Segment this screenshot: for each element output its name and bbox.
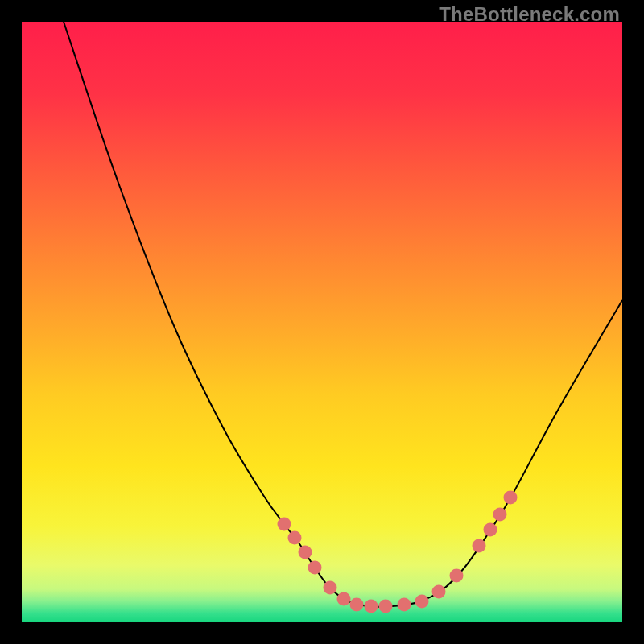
curve-marker: [379, 600, 393, 613]
chart-svg: [22, 22, 622, 622]
curve-marker: [337, 592, 351, 606]
chart-gradient-background: [22, 22, 622, 622]
curve-marker: [450, 569, 464, 583]
curve-marker: [432, 585, 446, 599]
curve-marker: [484, 523, 497, 537]
chart-plot-area: [22, 22, 622, 622]
curve-marker: [415, 595, 429, 609]
curve-marker: [473, 539, 486, 553]
curve-marker: [504, 491, 518, 505]
curve-marker: [493, 508, 507, 522]
curve-marker: [350, 598, 364, 612]
curve-marker: [288, 531, 302, 545]
curve-marker: [299, 546, 312, 559]
curve-marker: [365, 600, 378, 613]
curve-marker: [308, 561, 322, 575]
curve-marker: [278, 518, 291, 531]
watermark-text: TheBottleneck.com: [439, 3, 620, 26]
curve-marker: [398, 598, 411, 612]
curve-marker: [324, 581, 337, 595]
